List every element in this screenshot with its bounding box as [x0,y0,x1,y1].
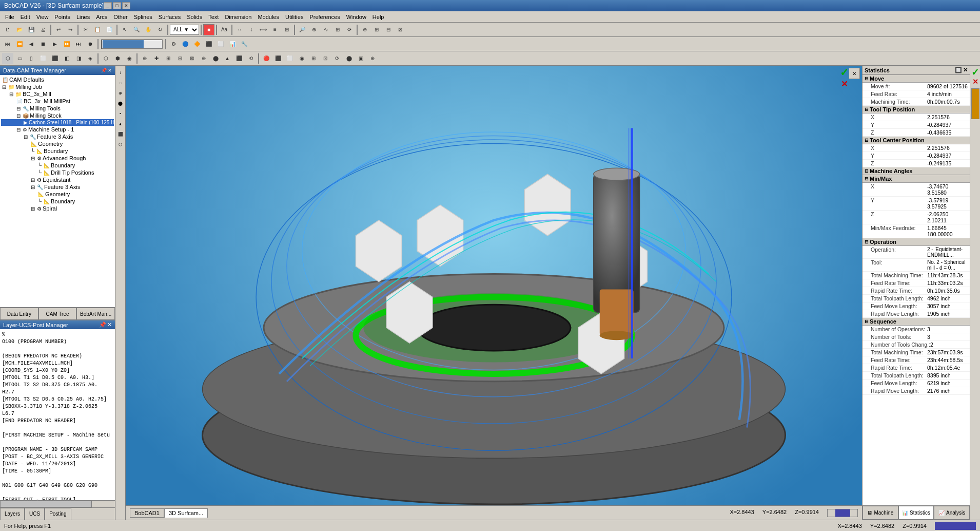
tb7[interactable]: ⊕ [308,24,320,35]
font-btn[interactable]: Aa [219,24,230,35]
sim-btn5[interactable]: ⬜ [215,39,226,50]
tree-item-cam-defaults[interactable]: 📋 CAM Defaults [1,76,114,83]
check-btn[interactable]: ✓ [839,68,849,77]
viewport-close-btn[interactable]: ✕ [849,68,860,79]
camplay-prev[interactable]: ⏪ [14,39,25,50]
filter-dropdown[interactable]: ALL ▼ [170,25,199,35]
snap-btn10[interactable]: ⟲ [245,53,257,64]
code-pin-btn[interactable]: 📌 [99,321,106,328]
tb4[interactable]: ≡ [269,24,281,35]
tree-item-boundary-1[interactable]: └ 📐 Boundary [1,147,114,155]
snap-btn1[interactable]: ⊕ [139,53,150,64]
view-front[interactable]: ▭ [14,53,25,64]
sim-btn3[interactable]: 🔶 [191,39,203,50]
menu-view[interactable]: View [33,13,52,21]
snap-btn4[interactable]: ⊟ [174,53,186,64]
view-iso[interactable]: ⬡ [2,53,13,64]
lv-btn1[interactable]: ↕ [116,68,125,77]
tb1[interactable]: ↔ [234,24,245,35]
menu-splines[interactable]: Splines [131,13,155,21]
tool-btn1[interactable]: 🔴 [261,53,272,64]
check-right-icon[interactable]: ✓ [971,68,979,77]
sim-btn7[interactable]: 🔧 [239,39,250,50]
new-button[interactable]: 🗋 [2,24,13,35]
color-btn[interactable]: ■ [203,24,214,35]
snap-btn2[interactable]: ✚ [151,53,162,64]
section-machine-angles[interactable]: ⊟ Machine Angles [863,167,970,175]
tool-btn4[interactable]: ◉ [296,53,307,64]
code-body[interactable]: % O100 (PROGRAM NUMBER) (BEGIN PREDATOR … [0,329,115,500]
rotate-btn[interactable]: ↻ [154,24,166,35]
menu-preferences[interactable]: Preferences [306,13,343,21]
menu-arcs[interactable]: Arcs [93,13,110,21]
tree-item-machine-setup[interactable]: ⊟ ⚙ Machine Setup - 1 [1,126,114,133]
menu-solids[interactable]: Solids [184,13,205,21]
tree-item-millpst[interactable]: 📄 BC_3x_Mill.MillPst [1,98,114,105]
camplay-rec[interactable]: ⏺ [85,39,96,50]
progress-bar[interactable] [101,40,163,49]
menu-points[interactable]: Points [51,13,73,21]
camplay-play[interactable]: ▶ [49,39,61,50]
tree-item-milling-tools[interactable]: ⊟ 🔧 Milling Tools [1,105,114,112]
tab-data-entry[interactable]: Data Entry [0,308,38,320]
code-scrollbar-h[interactable] [0,500,115,507]
print-button[interactable]: 🖨 [37,24,49,35]
section-tool-tip[interactable]: ⊟ Tool Tip Position [863,106,970,113]
panel-pin-btn[interactable]: 📌 [101,68,107,73]
pan-btn[interactable]: ✋ [143,24,154,35]
x-right-icon[interactable]: ✕ [972,78,978,85]
shading-wire[interactable]: ⬡ [100,53,111,64]
shading-solid[interactable]: ⬢ [112,53,123,64]
open-button[interactable]: 📂 [14,24,25,35]
copy-button[interactable]: 📋 [92,24,103,35]
view-back[interactable]: ▯ [26,53,37,64]
tb9[interactable]: ⊞ [332,24,343,35]
view-top[interactable]: ⬜ [37,53,49,64]
menu-other[interactable]: Other [110,13,131,21]
snap-btn5[interactable]: ⊠ [186,53,198,64]
tb3[interactable]: ⟺ [258,24,269,35]
redo-button[interactable]: ↪ [65,24,76,35]
menu-modules[interactable]: Modules [254,13,282,21]
tree-item-equidistant[interactable]: ⊟ ⚙ Equidistant [1,176,114,183]
cut-button[interactable]: ✂ [80,24,91,35]
viewport-3d[interactable]: ✕ ✓ ✕ [126,66,862,505]
right-color-btn[interactable] [971,88,979,119]
tool-btn7[interactable]: ⟳ [331,53,343,64]
tb10[interactable]: ⟳ [344,24,355,35]
close-button[interactable]: ✕ [122,2,130,9]
tb11[interactable]: ⊕ [359,24,370,35]
tree-item-spiral[interactable]: ⊞ ⚙ Spiral [1,205,114,212]
snap-btn6[interactable]: ⊕ [198,53,209,64]
stats-close-btn[interactable]: ✕ [963,67,968,73]
menu-window[interactable]: Window [343,13,369,21]
snap-btn8[interactable]: ▲ [222,53,233,64]
camplay-fwd[interactable]: ⏩ [61,39,72,50]
lv-btn7[interactable]: ⬛ [116,129,125,139]
snap-btn9[interactable]: ⬛ [233,53,245,64]
menu-utilities[interactable]: Utilities [282,13,306,21]
snap-btn7[interactable]: ⬤ [210,53,221,64]
sim-btn1[interactable]: ⚙ [168,39,179,50]
lv-btn6[interactable]: ▲ [116,119,125,128]
view-persp[interactable]: ◈ [85,53,96,64]
shading-material[interactable]: ◉ [124,53,135,64]
camplay-back[interactable]: ◀ [26,39,37,50]
tool-btn10[interactable]: ⊕ [367,53,378,64]
tb14[interactable]: ⊠ [395,24,406,35]
lv-btn2[interactable]: ↔ [116,78,125,87]
view-left[interactable]: ◧ [61,53,72,64]
tree-item-feature-3axis-2[interactable]: ⊟ 🔧 Feature 3 Axis [1,183,114,191]
maximize-button[interactable]: □ [113,2,121,9]
vp-tab-bobcad1[interactable]: BobCAD1 [130,508,164,518]
select-btn[interactable]: ↖ [119,24,130,35]
cam-tree[interactable]: 📋 CAM Defaults ⊟ 📁 Milling Job ⊟ 📁 BC_3x… [0,75,115,307]
section-sequence[interactable]: ⊟ Sequence [863,318,970,326]
tb5[interactable]: ⊞ [281,24,292,35]
vp-tab-3dsurfcam[interactable]: 3D Surfcam... [164,508,208,518]
save-button[interactable]: 💾 [26,24,37,35]
tree-item-adv-rough[interactable]: ⊟ ⚙ Advanced Rough [1,155,114,162]
tree-item-geometry-1[interactable]: 📐 Geometry [1,140,114,147]
tree-item-carbon-steel[interactable]: ▶ Carbon Steel 1018 - Plain (100-125 HB) [1,119,114,126]
menu-lines[interactable]: Lines [73,13,93,21]
